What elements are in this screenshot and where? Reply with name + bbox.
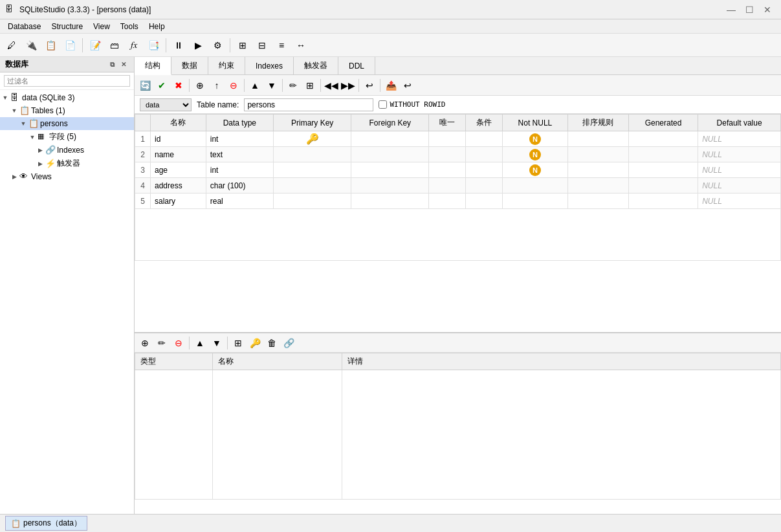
row-condition xyxy=(465,194,502,209)
toolbar-btn-15[interactable]: ↔ xyxy=(292,36,310,54)
toolbar-btn-12[interactable]: ⊞ xyxy=(234,36,252,54)
row-type: int xyxy=(206,131,273,147)
row-generated xyxy=(628,131,698,147)
pk-constraint-btn[interactable]: 🔑 xyxy=(247,335,263,351)
del-pk-btn[interactable]: 🗑 xyxy=(264,335,280,351)
toolbar-btn-10[interactable]: ▶ xyxy=(189,36,207,54)
down-constraint-btn[interactable]: ▼ xyxy=(209,335,225,351)
row-notnull: N xyxy=(502,162,567,178)
toolbar-btn-8[interactable]: 📑 xyxy=(144,36,162,54)
tables-icon: 📋 xyxy=(19,105,30,116)
move-down-btn[interactable]: ▼ xyxy=(264,78,280,93)
insert-col-btn[interactable]: ↑ xyxy=(209,78,225,93)
schema-dropdown[interactable]: data xyxy=(140,98,192,111)
table-name-input[interactable] xyxy=(244,98,373,111)
bottom-col-type: 类型 xyxy=(135,353,213,370)
bottom-table-area: 类型 名称 详情 xyxy=(135,353,781,514)
copy-btn[interactable]: ⊞ xyxy=(302,78,318,93)
menu-structure[interactable]: Structure xyxy=(46,21,88,32)
edit-constraint-btn[interactable]: ✏ xyxy=(154,335,170,351)
row-num: 4 xyxy=(135,178,151,194)
toolbar-btn-2[interactable]: 🔌 xyxy=(22,36,40,54)
close-panel-button[interactable]: ✕ xyxy=(118,60,129,70)
filter-input[interactable] xyxy=(4,75,130,87)
row-type: real xyxy=(206,194,273,209)
tree-item-database[interactable]: ▼ 🗄 data (SQLite 3) xyxy=(0,91,134,104)
up-constraint-btn[interactable]: ▲ xyxy=(192,335,208,351)
toolbar-btn-5[interactable]: 📝 xyxy=(86,36,104,54)
toolbar-btn-3[interactable]: 📋 xyxy=(41,36,60,54)
refresh-btn[interactable]: 🔄 xyxy=(137,78,153,93)
tab-triggers[interactable]: 触发器 xyxy=(294,57,338,74)
toolbar-btn-11[interactable]: ⚙ xyxy=(208,36,226,54)
cancel-btn[interactable]: ✖ xyxy=(171,78,186,93)
revert-btn[interactable]: ↩ xyxy=(362,78,377,93)
add-col-btn[interactable]: ⊕ xyxy=(192,78,208,93)
tab-ddl[interactable]: DDL xyxy=(338,57,375,74)
tree-item-fields[interactable]: ▼ ▦ 字段 (5) xyxy=(0,130,134,144)
triggers-label: 触发器 xyxy=(57,158,80,169)
tab-structure[interactable]: 结构 xyxy=(135,57,171,75)
toolbar-sep-2 xyxy=(166,38,166,52)
close-button[interactable]: ✕ xyxy=(759,1,776,18)
copy-constraint-btn[interactable]: ⊞ xyxy=(230,335,246,351)
undo-btn[interactable]: ↩ xyxy=(400,78,415,93)
col-header-fk: Foreign Key xyxy=(351,115,429,131)
tree-item-triggers[interactable]: ▶ ⚡ 触发器 xyxy=(0,157,134,170)
tab-data[interactable]: 数据 xyxy=(171,57,208,74)
menu-tools[interactable]: Tools xyxy=(115,21,144,32)
empty-name xyxy=(213,370,342,500)
expand-arrow-triggers: ▶ xyxy=(36,160,44,168)
tree-item-tables[interactable]: ▼ 📋 Tables (1) xyxy=(0,104,134,117)
maximize-button[interactable]: ☐ xyxy=(741,1,758,18)
tab-constraints[interactable]: 约束 xyxy=(208,57,245,74)
tree-item-views[interactable]: ▶ 👁 Views xyxy=(0,170,134,183)
table-row: 4addresschar (100)NULL xyxy=(135,178,781,194)
row-condition xyxy=(465,178,502,194)
move-up-btn[interactable]: ▲ xyxy=(247,78,263,93)
schema-dropdown-wrapper: data xyxy=(140,98,192,111)
inner-sep-5 xyxy=(358,79,359,92)
key-icon: 🔑 xyxy=(306,133,319,144)
status-tab-persons[interactable]: 📋 persons（data） xyxy=(5,516,87,531)
delete-col-btn[interactable]: ⊖ xyxy=(226,78,241,93)
menu-database[interactable]: Database xyxy=(3,21,46,32)
table-row: 2nametextNNULL xyxy=(135,147,781,162)
without-rowid-checkbox[interactable] xyxy=(379,100,387,109)
toolbar-btn-14[interactable]: ≡ xyxy=(272,36,291,54)
toolbar-btn-9[interactable]: ⏸ xyxy=(170,36,188,54)
edit-btn[interactable]: ✏ xyxy=(285,78,301,93)
row-notnull: N xyxy=(502,131,567,147)
row-notnull: N xyxy=(502,147,567,162)
toolbar-btn-13[interactable]: ⊟ xyxy=(253,36,271,54)
toolbar-btn-6[interactable]: 🗃 xyxy=(105,36,124,54)
menu-help[interactable]: Help xyxy=(144,21,170,32)
database-tree: ▼ 🗄 data (SQLite 3) ▼ 📋 Tables (1) ▼ 📋 p… xyxy=(0,90,134,514)
row-notnull xyxy=(502,178,567,194)
without-rowid-label: WITHOUT ROWID xyxy=(390,100,445,109)
tree-item-indexes[interactable]: ▶ 🔗 Indexes xyxy=(0,144,134,157)
move-right-btn[interactable]: ▶▶ xyxy=(340,78,356,93)
toolbar-btn-7[interactable]: 𝑓𝑥 xyxy=(125,36,143,54)
tree-item-persons[interactable]: ▼ 📋 persons xyxy=(0,117,134,130)
row-pk xyxy=(273,178,351,194)
toolbar-btn-1[interactable]: 🖊 xyxy=(3,36,21,54)
database-icon: 🗄 xyxy=(10,93,21,103)
add-constraint-btn[interactable]: ⊕ xyxy=(137,335,153,351)
apply-btn[interactable]: ✔ xyxy=(154,78,170,93)
row-condition xyxy=(465,131,502,147)
minimize-button[interactable]: — xyxy=(723,1,740,18)
fk-btn[interactable]: 🔗 xyxy=(281,335,296,351)
restore-panel-button[interactable]: ⧉ xyxy=(107,60,117,70)
row-fk xyxy=(351,178,429,194)
inner-sep-1 xyxy=(189,79,190,92)
menu-view[interactable]: View xyxy=(88,21,115,32)
export-btn[interactable]: 📤 xyxy=(383,78,399,93)
indexes-icon: 🔗 xyxy=(45,145,56,155)
move-left-btn[interactable]: ◀◀ xyxy=(324,78,339,93)
tab-indexes[interactable]: Indexes xyxy=(245,57,294,74)
database-panel-header: 数据库 ⧉ ✕ xyxy=(0,57,134,72)
toolbar-btn-4[interactable]: 📄 xyxy=(61,36,79,54)
delete-constraint-btn[interactable]: ⊖ xyxy=(171,335,186,351)
row-default: NULL xyxy=(698,178,781,194)
